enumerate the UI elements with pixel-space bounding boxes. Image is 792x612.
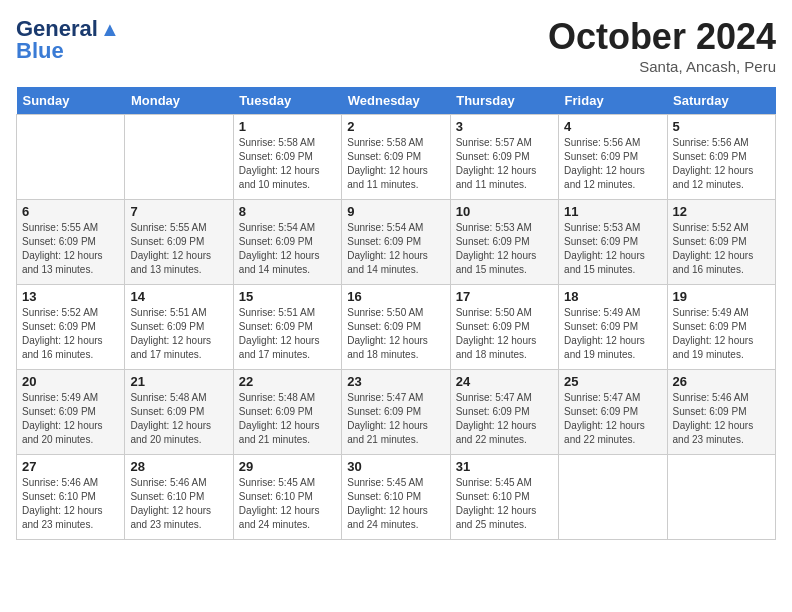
day-cell: 5Sunrise: 5:56 AM Sunset: 6:09 PM Daylig… [667,115,775,200]
day-number: 28 [130,459,227,474]
day-cell: 19Sunrise: 5:49 AM Sunset: 6:09 PM Dayli… [667,285,775,370]
day-cell: 30Sunrise: 5:45 AM Sunset: 6:10 PM Dayli… [342,455,450,540]
col-header-monday: Monday [125,87,233,115]
day-number: 11 [564,204,661,219]
day-cell: 21Sunrise: 5:48 AM Sunset: 6:09 PM Dayli… [125,370,233,455]
month-title: October 2024 [548,16,776,58]
day-info: Sunrise: 5:56 AM Sunset: 6:09 PM Dayligh… [673,136,770,192]
day-cell: 8Sunrise: 5:54 AM Sunset: 6:09 PM Daylig… [233,200,341,285]
title-block: October 2024 Santa, Ancash, Peru [548,16,776,75]
day-cell: 6Sunrise: 5:55 AM Sunset: 6:09 PM Daylig… [17,200,125,285]
col-header-friday: Friday [559,87,667,115]
day-number: 19 [673,289,770,304]
day-info: Sunrise: 5:47 AM Sunset: 6:09 PM Dayligh… [347,391,444,447]
day-cell: 10Sunrise: 5:53 AM Sunset: 6:09 PM Dayli… [450,200,558,285]
day-info: Sunrise: 5:53 AM Sunset: 6:09 PM Dayligh… [564,221,661,277]
day-number: 3 [456,119,553,134]
day-cell: 23Sunrise: 5:47 AM Sunset: 6:09 PM Dayli… [342,370,450,455]
day-info: Sunrise: 5:52 AM Sunset: 6:09 PM Dayligh… [673,221,770,277]
day-info: Sunrise: 5:58 AM Sunset: 6:09 PM Dayligh… [239,136,336,192]
day-cell: 4Sunrise: 5:56 AM Sunset: 6:09 PM Daylig… [559,115,667,200]
day-info: Sunrise: 5:56 AM Sunset: 6:09 PM Dayligh… [564,136,661,192]
day-number: 20 [22,374,119,389]
day-info: Sunrise: 5:47 AM Sunset: 6:09 PM Dayligh… [456,391,553,447]
col-header-sunday: Sunday [17,87,125,115]
logo-blue-text: Blue [16,38,64,64]
col-header-tuesday: Tuesday [233,87,341,115]
day-number: 24 [456,374,553,389]
day-info: Sunrise: 5:47 AM Sunset: 6:09 PM Dayligh… [564,391,661,447]
day-number: 26 [673,374,770,389]
day-cell: 28Sunrise: 5:46 AM Sunset: 6:10 PM Dayli… [125,455,233,540]
day-info: Sunrise: 5:58 AM Sunset: 6:09 PM Dayligh… [347,136,444,192]
day-number: 22 [239,374,336,389]
day-info: Sunrise: 5:50 AM Sunset: 6:09 PM Dayligh… [347,306,444,362]
day-number: 27 [22,459,119,474]
day-info: Sunrise: 5:46 AM Sunset: 6:09 PM Dayligh… [673,391,770,447]
calendar-table: SundayMondayTuesdayWednesdayThursdayFrid… [16,87,776,540]
week-row-1: 1Sunrise: 5:58 AM Sunset: 6:09 PM Daylig… [17,115,776,200]
day-info: Sunrise: 5:46 AM Sunset: 6:10 PM Dayligh… [130,476,227,532]
day-info: Sunrise: 5:49 AM Sunset: 6:09 PM Dayligh… [673,306,770,362]
day-cell: 29Sunrise: 5:45 AM Sunset: 6:10 PM Dayli… [233,455,341,540]
day-cell: 7Sunrise: 5:55 AM Sunset: 6:09 PM Daylig… [125,200,233,285]
day-info: Sunrise: 5:54 AM Sunset: 6:09 PM Dayligh… [347,221,444,277]
col-header-thursday: Thursday [450,87,558,115]
day-number: 31 [456,459,553,474]
day-info: Sunrise: 5:55 AM Sunset: 6:09 PM Dayligh… [22,221,119,277]
day-number: 7 [130,204,227,219]
day-info: Sunrise: 5:51 AM Sunset: 6:09 PM Dayligh… [239,306,336,362]
day-cell: 18Sunrise: 5:49 AM Sunset: 6:09 PM Dayli… [559,285,667,370]
col-header-wednesday: Wednesday [342,87,450,115]
calendar-header-row: SundayMondayTuesdayWednesdayThursdayFrid… [17,87,776,115]
page-header: General ▲ Blue October 2024 Santa, Ancas… [16,16,776,75]
day-info: Sunrise: 5:54 AM Sunset: 6:09 PM Dayligh… [239,221,336,277]
day-info: Sunrise: 5:52 AM Sunset: 6:09 PM Dayligh… [22,306,119,362]
week-row-3: 13Sunrise: 5:52 AM Sunset: 6:09 PM Dayli… [17,285,776,370]
day-info: Sunrise: 5:45 AM Sunset: 6:10 PM Dayligh… [456,476,553,532]
day-cell: 11Sunrise: 5:53 AM Sunset: 6:09 PM Dayli… [559,200,667,285]
logo-bird-icon: ▲ [100,18,120,41]
day-number: 16 [347,289,444,304]
week-row-4: 20Sunrise: 5:49 AM Sunset: 6:09 PM Dayli… [17,370,776,455]
day-info: Sunrise: 5:50 AM Sunset: 6:09 PM Dayligh… [456,306,553,362]
day-info: Sunrise: 5:57 AM Sunset: 6:09 PM Dayligh… [456,136,553,192]
day-info: Sunrise: 5:49 AM Sunset: 6:09 PM Dayligh… [22,391,119,447]
location: Santa, Ancash, Peru [548,58,776,75]
day-info: Sunrise: 5:55 AM Sunset: 6:09 PM Dayligh… [130,221,227,277]
day-number: 12 [673,204,770,219]
day-number: 1 [239,119,336,134]
day-number: 18 [564,289,661,304]
day-cell: 14Sunrise: 5:51 AM Sunset: 6:09 PM Dayli… [125,285,233,370]
col-header-saturday: Saturday [667,87,775,115]
day-number: 30 [347,459,444,474]
day-number: 14 [130,289,227,304]
day-cell: 3Sunrise: 5:57 AM Sunset: 6:09 PM Daylig… [450,115,558,200]
day-number: 23 [347,374,444,389]
week-row-2: 6Sunrise: 5:55 AM Sunset: 6:09 PM Daylig… [17,200,776,285]
day-cell: 31Sunrise: 5:45 AM Sunset: 6:10 PM Dayli… [450,455,558,540]
logo: General ▲ Blue [16,16,120,64]
day-number: 29 [239,459,336,474]
day-number: 4 [564,119,661,134]
day-number: 10 [456,204,553,219]
day-number: 15 [239,289,336,304]
day-info: Sunrise: 5:53 AM Sunset: 6:09 PM Dayligh… [456,221,553,277]
day-cell: 12Sunrise: 5:52 AM Sunset: 6:09 PM Dayli… [667,200,775,285]
day-number: 2 [347,119,444,134]
day-number: 9 [347,204,444,219]
day-info: Sunrise: 5:45 AM Sunset: 6:10 PM Dayligh… [347,476,444,532]
week-row-5: 27Sunrise: 5:46 AM Sunset: 6:10 PM Dayli… [17,455,776,540]
day-cell: 16Sunrise: 5:50 AM Sunset: 6:09 PM Dayli… [342,285,450,370]
day-cell: 26Sunrise: 5:46 AM Sunset: 6:09 PM Dayli… [667,370,775,455]
day-number: 5 [673,119,770,134]
day-cell [559,455,667,540]
day-number: 25 [564,374,661,389]
day-info: Sunrise: 5:49 AM Sunset: 6:09 PM Dayligh… [564,306,661,362]
day-cell: 13Sunrise: 5:52 AM Sunset: 6:09 PM Dayli… [17,285,125,370]
day-number: 13 [22,289,119,304]
day-cell: 2Sunrise: 5:58 AM Sunset: 6:09 PM Daylig… [342,115,450,200]
day-cell [17,115,125,200]
day-info: Sunrise: 5:51 AM Sunset: 6:09 PM Dayligh… [130,306,227,362]
day-cell [125,115,233,200]
